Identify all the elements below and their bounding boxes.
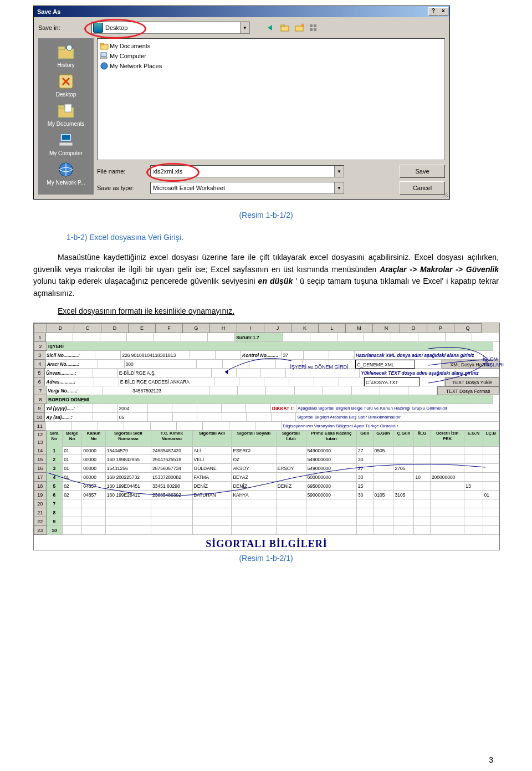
svg-rect-1 (281, 25, 284, 27)
svg-rect-13 (58, 105, 65, 108)
table-row: 4Aracı No.........:000C_DENEME.XMLXML Do… (34, 360, 499, 369)
save-type-value: Microsoft Excel Worksheet (153, 185, 225, 191)
places-network[interactable]: My Network P... (38, 159, 94, 187)
file-mycomputer-label: My Computer (110, 53, 146, 59)
back-icon[interactable] (265, 23, 275, 33)
svg-rect-16 (62, 135, 70, 140)
table-row: 1740100000160 20022573215337280082FATMAB… (34, 473, 499, 482)
col-header: H (210, 323, 237, 333)
views-icon[interactable] (309, 23, 319, 33)
table-row: 8BORDRO DÖNEMİ (34, 395, 499, 404)
places-mycomputer-label: My Computer (49, 150, 83, 156)
desktop-icon (93, 23, 103, 33)
file-name-label: File name: (97, 168, 146, 175)
folder-docs-icon (57, 102, 75, 120)
table-row: 1Surum:1.7 (34, 333, 499, 342)
places-mydocs-label: My Documents (48, 121, 85, 127)
save-as-dialog: Save As ? × Save in: Desktop ▼ ✱ (33, 6, 450, 200)
dialog-toolbar: ✱ (265, 23, 319, 33)
resize-grip-icon[interactable] (441, 191, 449, 198)
computer-icon (57, 131, 75, 149)
col-header: P (427, 323, 454, 333)
places-history-label: History (57, 62, 74, 68)
new-folder-icon[interactable]: ✱ (294, 23, 304, 33)
places-mycomputer[interactable]: My Computer (38, 130, 94, 158)
svg-rect-20 (100, 43, 104, 45)
table-row: 3Sicil No...........:226 901081041183018… (34, 351, 499, 360)
chevron-down-icon[interactable]: ▼ (334, 166, 344, 177)
paragraph-2: Excel dosyasının formatı ile kesinlikle … (33, 305, 499, 318)
file-network-label: My Network Places (110, 63, 162, 69)
svg-point-23 (101, 63, 108, 69)
places-desktop[interactable]: Desktop (38, 71, 94, 99)
col-header: I (237, 323, 264, 333)
col-header: G (183, 323, 210, 333)
cancel-button[interactable]: Cancel (400, 181, 445, 195)
paragraph-1: Masaüstüne kaydettiğiniz excel dosyası ü… (33, 252, 499, 300)
col-header: F (156, 323, 183, 333)
table-row: 2İŞYERİ (34, 342, 499, 351)
file-name-value: xls2xml.xls (153, 168, 182, 175)
help-button[interactable]: ? (428, 7, 438, 16)
places-history[interactable]: History (38, 42, 94, 70)
desktop-pad-icon (57, 73, 75, 90)
svg-rect-9 (58, 47, 65, 49)
file-mydocs[interactable]: My Documents (100, 41, 442, 51)
up-folder-icon[interactable] (280, 23, 290, 33)
file-name-input[interactable]: xls2xml.xls ▼ (150, 165, 344, 177)
table-row: 2310 (34, 526, 499, 535)
col-header: M (346, 323, 373, 333)
save-in-combo[interactable]: Desktop ▼ (91, 22, 250, 34)
file-network[interactable]: My Network Places (100, 61, 442, 71)
svg-rect-4 (310, 24, 313, 27)
file-list[interactable]: My Documents My Computer My Network Plac… (97, 38, 445, 160)
col-header: K (291, 323, 319, 333)
col-header: N (373, 323, 400, 333)
titlebar: Save As ? × (34, 6, 449, 17)
table-row: 7Vergi No.......:34567892123TEXT Dosya F… (34, 386, 499, 395)
svg-rect-14 (65, 104, 71, 112)
places-mydocs[interactable]: My Documents (38, 100, 94, 129)
page-number: 3 (489, 755, 493, 764)
svg-rect-21 (101, 53, 106, 57)
save-type-combo[interactable]: Microsoft Excel Worksheet ▼ (150, 182, 344, 194)
table-row: 218 (34, 508, 499, 517)
col-header: C (74, 323, 101, 333)
svg-point-10 (66, 45, 72, 50)
file-mycomputer[interactable]: My Computer (100, 51, 442, 61)
save-type-label: Save as type: (97, 185, 146, 191)
table-row: 5Ünvan...........:E-BİLDİRGE A.Ş.Yüklene… (34, 369, 499, 377)
col-header: L (319, 323, 346, 333)
network-icon (57, 161, 75, 178)
svg-rect-5 (314, 24, 316, 27)
svg-rect-22 (100, 57, 107, 59)
svg-rect-7 (314, 28, 316, 31)
excel-footer-label: SİGORTALI BİLGİLERİ (34, 538, 499, 550)
dialog-title: Save As (35, 8, 60, 15)
svg-rect-17 (59, 142, 73, 146)
table-row: 9Yıl (yyyy).....:2004DİKKAT !:Aşağıdaki … (34, 404, 499, 413)
svg-text:✱: ✱ (301, 23, 304, 28)
figure-caption-2: (Resim 1-b-2/1) (33, 554, 499, 563)
save-in-value: Desktop (105, 24, 127, 31)
chevron-down-icon[interactable]: ▼ (334, 182, 344, 193)
chevron-down-icon[interactable]: ▼ (240, 22, 249, 33)
table-row: 10Ay (aa).......:05Sigortalı Bilgileri A… (34, 413, 499, 422)
table-row: 1960204857160 199E2841123685486392BATUHA… (34, 491, 499, 499)
table-row: 207 (34, 499, 499, 508)
places-desktop-label: Desktop (56, 91, 76, 98)
excel-col-headers: DCDEFGHIJKLMNOPQ (34, 323, 499, 333)
figure-caption-1: (Resim 1-b-1/2) (33, 211, 499, 219)
close-button[interactable]: × (438, 7, 448, 16)
save-in-label: Save in: (38, 24, 87, 31)
table-header-row: 1213Sıra NoBelge NoKanun NoSigortalı Sic… (34, 431, 499, 446)
save-button[interactable]: Save (400, 165, 445, 178)
col-header: O (400, 323, 427, 333)
annotation-islem: İŞLEM TUŞLARI (483, 356, 504, 367)
section-heading: 1-b-2) Excel dosyasına Veri Girişi. (66, 233, 499, 242)
table-row: 229 (34, 517, 499, 526)
folder-icon (100, 42, 109, 50)
table-row: 11Bilgisayarınızın Varsayılan Bölgesel A… (34, 422, 499, 431)
table-row: 6Adres...........:E-BİLDİRGE CADDESİ ANK… (34, 377, 499, 386)
col-header: D (101, 323, 129, 333)
